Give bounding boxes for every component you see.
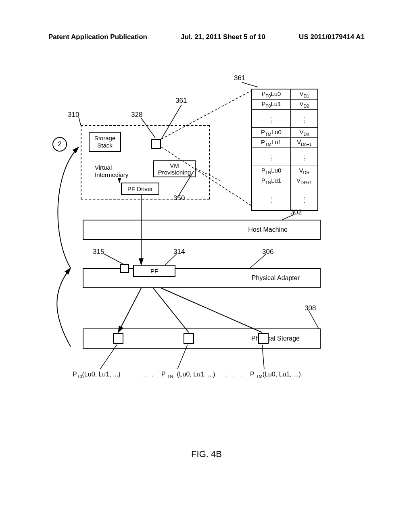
pf-box: PF <box>133 265 175 277</box>
storage-port-ptm <box>258 333 269 344</box>
ref-308: 308 <box>305 304 316 312</box>
storage-stack-box: Storage Stack <box>89 132 121 152</box>
ref-302: 302 <box>290 208 302 216</box>
header-right: US 2011/0179414 A1 <box>299 33 365 41</box>
port-label-pt0: PT0(Lu0, Lu1, ...) <box>73 371 121 379</box>
ref-306: 306 <box>262 248 273 256</box>
ref-310: 310 <box>68 111 79 119</box>
ref-350: 350 <box>173 194 185 202</box>
host-machine-box: Host Machine <box>83 220 321 240</box>
ref-328: 328 <box>131 111 142 119</box>
small-box-328 <box>151 139 161 149</box>
dots-2: . . . <box>226 371 242 378</box>
small-box-315 <box>120 264 129 273</box>
header-left: Patent Application Publication <box>48 33 147 41</box>
mapping-table-361: PT0Lu0VD1 PT0Lu1VD2 ...... PTMLu0VDn PTM… <box>251 89 318 211</box>
port-label-ptn: P TN (Lu0, Lu1, ...) <box>161 371 215 379</box>
virtual-intermediary-label: Virtual Intermediary <box>95 164 128 179</box>
figure-label: FIG. 4B <box>0 449 413 459</box>
storage-port-pt0 <box>113 333 123 344</box>
header-center: Jul. 21, 2011 Sheet 5 of 10 <box>181 33 265 41</box>
storage-port-ptn <box>184 333 194 344</box>
ref-361a: 361 <box>234 74 245 82</box>
port-label-ptm: P TM(Lu0, Lu1, ...) <box>250 371 301 379</box>
diagram: 2 Storage Stack Virtual Intermediary VM … <box>0 64 413 427</box>
ref-314: 314 <box>173 248 185 256</box>
physical-adapter-box: Physical Adapter <box>83 268 321 288</box>
ref-361b: 361 <box>175 97 187 105</box>
pf-driver-box: PF Driver <box>121 183 159 195</box>
step-circle-2: 2 <box>52 137 67 152</box>
ref-315: 315 <box>93 248 104 256</box>
dots-1: . . . <box>137 371 153 378</box>
page-header: Patent Application Publication Jul. 21, … <box>0 33 413 41</box>
vm-provisioning-box: VM Provisioning <box>153 160 196 177</box>
